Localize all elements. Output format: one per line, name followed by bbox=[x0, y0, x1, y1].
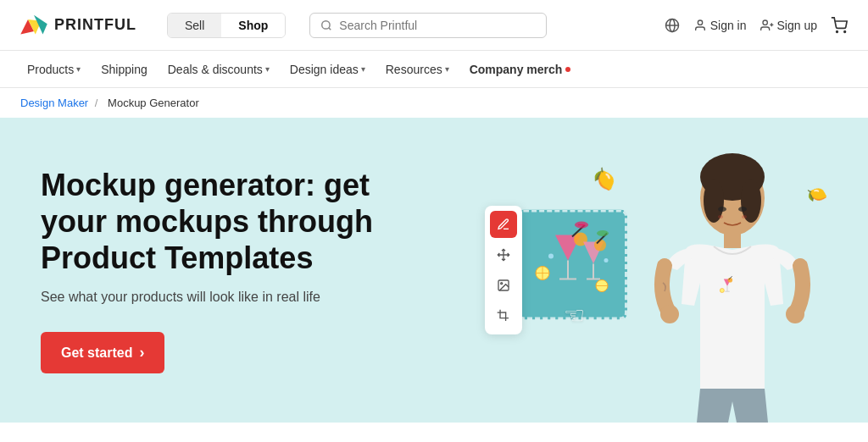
svg-point-35 bbox=[604, 258, 609, 262]
svg-point-42 bbox=[786, 305, 804, 323]
search-input[interactable] bbox=[339, 19, 536, 32]
chevron-down-icon: ▾ bbox=[265, 64, 270, 74]
breadcrumb: Design Maker / Mockup Generator bbox=[0, 88, 868, 118]
sign-up-label: Sign up bbox=[777, 19, 817, 32]
breadcrumb-separator: / bbox=[95, 97, 98, 109]
cart-link[interactable] bbox=[831, 17, 848, 34]
secondary-nav: Products ▾ Shipping Deals & discounts ▾ … bbox=[0, 51, 868, 88]
top-bar: PRINTFUL Sell Shop Sign in bbox=[0, 0, 868, 51]
svg-point-22 bbox=[575, 222, 588, 229]
model-svg bbox=[639, 152, 826, 423]
search-bar bbox=[309, 13, 547, 38]
hero-content-left: Mockup generator: get your mockups throu… bbox=[0, 118, 424, 423]
svg-point-8 bbox=[698, 20, 702, 25]
cursor-hand-icon: ☜ bbox=[564, 301, 585, 329]
toolbar-crop-button[interactable] bbox=[490, 302, 517, 329]
globe-icon bbox=[665, 18, 680, 33]
svg-point-41 bbox=[660, 305, 679, 323]
chevron-down-icon: ▾ bbox=[76, 64, 81, 74]
toolbar-image-button[interactable] bbox=[490, 272, 517, 299]
sign-in-link[interactable]: Sign in bbox=[693, 19, 747, 32]
lemon-decoration-1: 🍋 bbox=[589, 164, 620, 195]
new-badge-dot bbox=[565, 67, 570, 72]
svg-point-51 bbox=[718, 215, 723, 218]
hero-content-right: ☜ 🍋 🍋 💧 bbox=[424, 118, 868, 423]
nav-item-resources[interactable]: Resources ▾ bbox=[379, 63, 456, 76]
user-icon bbox=[693, 19, 707, 32]
svg-point-48 bbox=[720, 289, 724, 293]
nav-item-design-ideas[interactable]: Design ideas ▾ bbox=[283, 63, 372, 76]
search-icon bbox=[320, 19, 332, 31]
logo-text: PRINTFUL bbox=[54, 16, 136, 34]
svg-point-28 bbox=[597, 230, 609, 236]
sell-shop-toggle: Sell Shop bbox=[167, 13, 286, 38]
logo[interactable]: PRINTFUL bbox=[20, 14, 136, 37]
nav-item-company-merch[interactable]: Company merch bbox=[463, 63, 578, 76]
svg-point-52 bbox=[742, 215, 747, 218]
toolbar-move-button[interactable] bbox=[490, 241, 517, 268]
svg-point-50 bbox=[738, 207, 747, 212]
svg-point-15 bbox=[501, 283, 503, 285]
svg-point-12 bbox=[837, 30, 838, 32]
cart-icon bbox=[831, 17, 848, 34]
toolbar-pen-button[interactable] bbox=[490, 211, 517, 238]
nav-item-shipping[interactable]: Shipping bbox=[94, 63, 154, 76]
hero-subtitle: See what your products will look like in… bbox=[41, 290, 383, 305]
arrow-icon: › bbox=[139, 344, 144, 362]
hero-section: Mockup generator: get your mockups throu… bbox=[0, 118, 868, 423]
printful-logo-icon bbox=[20, 14, 47, 37]
svg-point-9 bbox=[763, 20, 767, 25]
svg-rect-40 bbox=[724, 231, 741, 248]
nav-item-products[interactable]: Products ▾ bbox=[20, 63, 87, 76]
get-started-button[interactable]: Get started › bbox=[41, 332, 164, 373]
sell-button[interactable]: Sell bbox=[168, 14, 221, 37]
language-selector[interactable] bbox=[665, 18, 680, 33]
breadcrumb-current: Mockup Generator bbox=[108, 97, 199, 109]
design-toolbar bbox=[485, 206, 522, 334]
hero-title: Mockup generator: get your mockups throu… bbox=[41, 167, 383, 277]
user-plus-icon bbox=[760, 19, 774, 32]
sign-up-link[interactable]: Sign up bbox=[760, 19, 817, 32]
shop-button[interactable]: Shop bbox=[221, 14, 285, 37]
nav-item-deals[interactable]: Deals & discounts ▾ bbox=[161, 63, 276, 76]
breadcrumb-parent-link[interactable]: Design Maker bbox=[20, 97, 88, 109]
top-right-actions: Sign in Sign up bbox=[665, 17, 848, 34]
svg-point-13 bbox=[844, 30, 846, 32]
chevron-down-icon: ▾ bbox=[361, 64, 365, 74]
sign-in-label: Sign in bbox=[710, 19, 747, 32]
svg-line-4 bbox=[329, 27, 331, 30]
chevron-down-icon: ▾ bbox=[445, 64, 449, 74]
svg-point-3 bbox=[322, 20, 330, 28]
cocktail-illustration bbox=[526, 218, 619, 312]
svg-point-34 bbox=[548, 254, 554, 259]
model-person bbox=[631, 135, 834, 423]
svg-point-49 bbox=[718, 207, 726, 212]
